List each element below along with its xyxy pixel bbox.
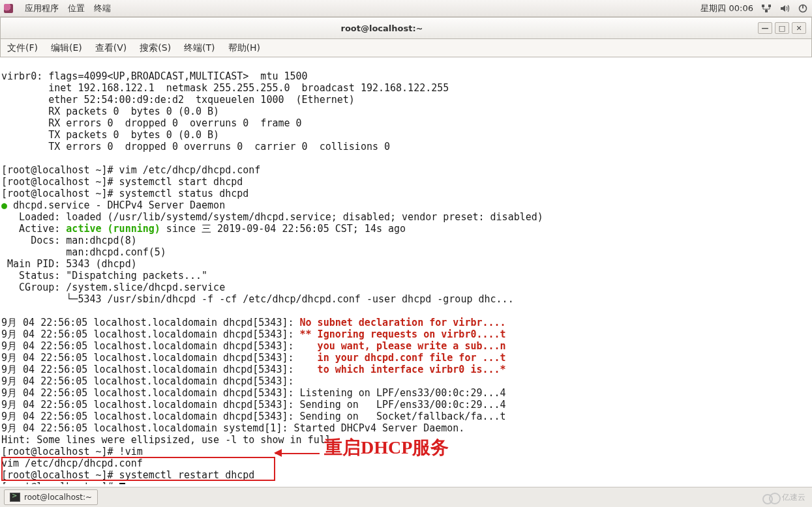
window-title: root@localhost:~ <box>6 23 758 33</box>
status-active: active (running) <box>66 223 160 235</box>
menu-search[interactable]: 搜索(S) <box>137 41 173 55</box>
term-line: [root@localhost ~]# systemctl start dhcp… <box>1 176 243 188</box>
network-icon[interactable] <box>761 3 772 14</box>
distro-icon <box>4 4 13 13</box>
menu-applications[interactable]: 应用程序 <box>25 3 59 14</box>
watermark: 亿速云 <box>762 492 805 503</box>
menu-help[interactable]: 帮助(H) <box>226 41 263 55</box>
term-line: virbr0: flags=4099<UP,BROADCAST,MULTICAS… <box>1 70 308 82</box>
power-icon[interactable] <box>798 3 808 14</box>
desktop-taskbar: root@localhost:~ 亿速云 <box>0 487 812 507</box>
term-line: [root@localhost ~]# vim /etc/dhcp/dhcpd.… <box>1 164 260 176</box>
term-line: Main PID: 5343 (dhcpd) <box>1 258 137 270</box>
window-title-bar[interactable]: root@localhost:~ — □ ✕ <box>0 17 812 39</box>
desktop-top-bar: 应用程序 位置 终端 星期四 00:06 <box>0 0 812 17</box>
status-bullet-icon: ● <box>1 199 7 211</box>
annotation-arrow-line <box>275 453 320 454</box>
term-line: TX errors 0 dropped 0 overruns 0 carrier… <box>1 141 390 152</box>
term-warning: to which interface virbr0 is...* <box>318 364 506 375</box>
menu-terminal[interactable]: 终端 <box>94 3 111 14</box>
term-line: 9月 04 22:56:05 localhost.localdomain dhc… <box>1 328 300 340</box>
term-line: RX packets 0 bytes 0 (0.0 B) <box>1 106 219 117</box>
menu-terminal[interactable]: 终端(T) <box>181 41 217 55</box>
term-line: since 三 2019-09-04 22:56:05 CST; 14s ago <box>160 223 406 235</box>
term-line: ether 52:54:00:d9:de:d2 txqueuelen 1000 … <box>1 94 355 106</box>
term-line: 9月 04 22:56:05 localhost.localdomain dhc… <box>1 375 300 387</box>
minimize-button[interactable]: — <box>758 22 772 34</box>
terminal-output[interactable]: virbr0: flags=4099<UP,BROADCAST,MULTICAS… <box>0 57 812 484</box>
term-line: 9月 04 22:56:05 localhost.localdomain dhc… <box>1 352 318 364</box>
term-line: 9月 04 22:56:05 localhost.localdomain dhc… <box>1 340 318 352</box>
watermark-icon <box>762 493 779 503</box>
terminal-menu-bar: 文件(F) 编辑(E) 查看(V) 搜索(S) 终端(T) 帮助(H) <box>0 39 812 57</box>
watermark-text: 亿速云 <box>782 492 805 503</box>
annotation-text: 重启DHCP服务 <box>324 442 449 454</box>
term-line: 9月 04 22:56:05 localhost.localdomain dhc… <box>1 399 506 411</box>
term-line: CGroup: /system.slice/dhcpd.service <box>1 282 225 293</box>
term-line: 9月 04 22:56:05 localhost.localdomain dhc… <box>1 411 506 422</box>
svg-rect-0 <box>762 5 764 7</box>
sound-icon[interactable] <box>779 3 790 14</box>
term-line: Active: <box>1 223 66 235</box>
menu-view[interactable]: 查看(V) <box>93 41 130 55</box>
cursor-icon <box>119 483 125 484</box>
term-line: vim /etc/dhcp/dhcpd.conf <box>1 457 143 469</box>
term-line: Hint: Some lines were ellipsized, use -l… <box>1 434 337 446</box>
menu-file[interactable]: 文件(F) <box>5 41 40 55</box>
term-line: [root@localhost ~]# !vim <box>1 446 143 457</box>
term-warning: in your dhcpd.conf file for ...t <box>318 352 506 364</box>
term-line: └─5343 /usr/sbin/dhcpd -f -cf /etc/dhcp/… <box>1 293 514 305</box>
maximize-button[interactable]: □ <box>775 22 789 34</box>
term-line: [root@localhost ~]# systemctl status dhc… <box>1 188 248 199</box>
term-line: Status: "Dispatching packets..." <box>1 270 207 282</box>
term-line: TX packets 0 bytes 0 (0.0 B) <box>1 129 219 141</box>
term-line: 9月 04 22:56:05 localhost.localdomain dhc… <box>1 387 506 399</box>
term-warning: you want, please write a sub...n <box>318 340 506 352</box>
clock-label[interactable]: 星期四 00:06 <box>700 3 753 14</box>
svg-rect-1 <box>768 5 771 7</box>
taskbar-item-label: root@localhost:~ <box>24 493 92 502</box>
term-warning: No subnet declaration for virbr.... <box>300 317 506 328</box>
term-line: [root@localhost ~]# systemctl restart dh… <box>1 469 254 481</box>
term-line: 9月 04 22:56:05 localhost.localdomain dhc… <box>1 364 318 375</box>
term-prompt: [root@localhost ~]# <box>1 481 119 484</box>
terminal-icon <box>10 493 20 502</box>
term-line: Loaded: loaded (/usr/lib/systemd/system/… <box>1 211 543 223</box>
menu-edit[interactable]: 编辑(E) <box>48 41 85 55</box>
taskbar-item-terminal[interactable]: root@localhost:~ <box>4 489 98 505</box>
term-line: RX errors 0 dropped 0 overruns 0 frame 0 <box>1 117 302 129</box>
term-line: inet 192.168.122.1 netmask 255.255.255.0… <box>1 82 449 94</box>
term-line: man:dhcpd.conf(5) <box>1 246 166 258</box>
annotation-arrow-head-icon <box>274 449 282 457</box>
close-button[interactable]: ✕ <box>792 22 806 34</box>
menu-places[interactable]: 位置 <box>68 3 85 14</box>
term-line: Docs: man:dhcpd(8) <box>1 235 137 246</box>
term-line: 9月 04 22:56:05 localhost.localdomain sys… <box>1 422 464 434</box>
term-line: dhcpd.service - DHCPv4 Server Daemon <box>7 199 225 211</box>
term-warning: ** Ignoring requests on virbr0....t <box>300 328 506 340</box>
term-line: 9月 04 22:56:05 localhost.localdomain dhc… <box>1 317 300 328</box>
